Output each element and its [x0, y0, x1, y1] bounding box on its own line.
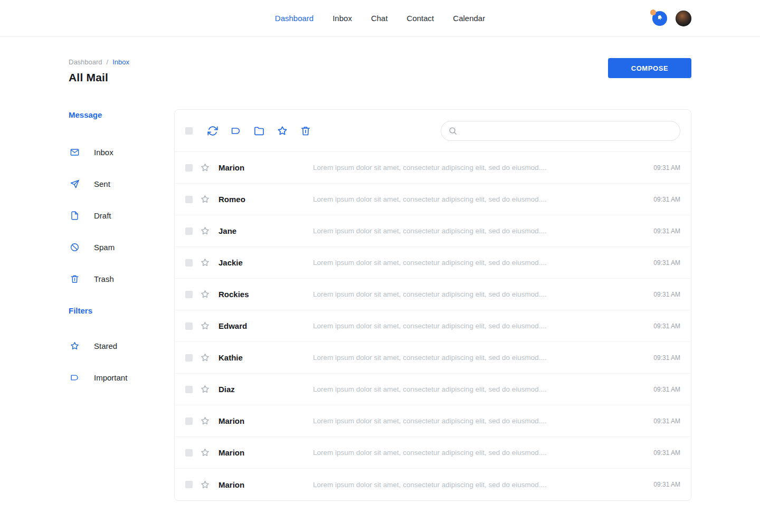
mail-sender: Diaz — [218, 385, 313, 394]
sidebar-item-label: Spam — [94, 243, 115, 252]
sidebar-item-draft[interactable]: Draft — [69, 200, 174, 231]
sidebar-item-stared[interactable]: Stared — [69, 330, 174, 362]
row-star-icon[interactable] — [200, 480, 210, 490]
row-checkbox[interactable] — [185, 449, 193, 457]
app-root: DashboardInboxChatContactCalendar Dashbo… — [0, 0, 760, 532]
row-checkbox[interactable] — [185, 322, 193, 330]
row-checkbox[interactable] — [185, 164, 193, 172]
label-icon — [70, 373, 80, 383]
row-star-icon[interactable] — [200, 194, 210, 204]
main-nav: DashboardInboxChatContactCalendar — [0, 14, 760, 23]
page-header: Dashboard/Inbox All Mail COMPOSE — [69, 58, 691, 84]
mail-row[interactable]: Romeo Lorem ipsum dolor sit amet, consec… — [175, 184, 691, 215]
toolbar-label-icon[interactable] — [230, 125, 242, 137]
mail-preview: Lorem ipsum dolor sit amet, consectetur … — [313, 195, 645, 203]
row-checkbox[interactable] — [185, 417, 193, 425]
row-checkbox[interactable] — [185, 227, 193, 235]
row-star-icon[interactable] — [200, 226, 210, 236]
mail-row[interactable]: Marion Lorem ipsum dolor sit amet, conse… — [175, 469, 691, 500]
mail-preview: Lorem ipsum dolor sit amet, consectetur … — [313, 385, 645, 393]
toolbar-folder-icon[interactable] — [253, 125, 265, 137]
search-icon — [448, 126, 458, 136]
mail-time: 09:31 AM — [653, 291, 680, 298]
topbar-right — [652, 11, 691, 26]
row-checkbox[interactable] — [185, 259, 193, 267]
mail-sender: Marion — [218, 480, 313, 489]
row-star-icon[interactable] — [200, 258, 210, 268]
nav-item-contact[interactable]: Contact — [407, 14, 434, 23]
row-star-icon[interactable] — [200, 384, 210, 394]
sidebar: Message Inbox Sent Draft Spam Trash Filt… — [69, 109, 174, 501]
row-star-icon[interactable] — [200, 353, 210, 363]
mail-row[interactable]: Marion Lorem ipsum dolor sit amet, conse… — [175, 437, 691, 469]
mail-preview: Lorem ipsum dolor sit amet, consectetur … — [313, 354, 645, 362]
nav-item-chat[interactable]: Chat — [371, 14, 388, 23]
row-star-icon[interactable] — [200, 448, 210, 458]
mail-time: 09:31 AM — [653, 417, 680, 425]
user-avatar[interactable] — [676, 11, 691, 26]
mail-preview: Lorem ipsum dolor sit amet, consectetur … — [313, 417, 645, 425]
mail-time: 09:31 AM — [653, 164, 680, 172]
row-star-icon[interactable] — [200, 321, 210, 331]
select-all-checkbox[interactable] — [185, 127, 193, 135]
breadcrumb-inbox[interactable]: Inbox — [112, 58, 129, 66]
mail-sender: Kathie — [218, 353, 313, 362]
mail-sender: Marion — [218, 448, 313, 457]
search-input[interactable] — [441, 121, 680, 141]
star-icon — [70, 341, 80, 351]
sidebar-item-important[interactable]: Important — [69, 362, 174, 393]
mail-row[interactable]: Marion Lorem ipsum dolor sit amet, conse… — [175, 405, 691, 437]
mail-sender: Edward — [218, 321, 313, 330]
row-checkbox[interactable] — [185, 196, 193, 203]
mail-row[interactable]: Jane Lorem ipsum dolor sit amet, consect… — [175, 215, 691, 247]
toolbar-trash-icon[interactable] — [300, 125, 311, 137]
sidebar-item-spam[interactable]: Spam — [69, 231, 174, 263]
mail-toolbar — [175, 110, 691, 152]
mail-list-panel: Marion Lorem ipsum dolor sit amet, conse… — [174, 109, 691, 501]
row-checkbox[interactable] — [185, 354, 193, 362]
nav-item-inbox[interactable]: Inbox — [332, 14, 352, 23]
nav-item-calendar[interactable]: Calendar — [453, 14, 485, 23]
sidebar-item-trash[interactable]: Trash — [69, 263, 174, 294]
mail-time: 09:31 AM — [653, 449, 680, 457]
mail-preview: Lorem ipsum dolor sit amet, consectetur … — [313, 290, 645, 298]
mail-time: 09:31 AM — [653, 259, 680, 267]
mail-time: 09:31 AM — [653, 481, 680, 488]
sidebar-item-label: Inbox — [94, 148, 113, 157]
notifications-button[interactable] — [652, 11, 667, 26]
mail-row[interactable]: Diaz Lorem ipsum dolor sit amet, consect… — [175, 374, 691, 405]
toolbar-refresh-icon[interactable] — [207, 125, 218, 137]
breadcrumb-separator: / — [107, 58, 109, 66]
breadcrumb-dashboard[interactable]: Dashboard — [69, 58, 102, 66]
mail-time: 09:31 AM — [653, 196, 680, 203]
mail-sender: Jane — [218, 226, 313, 235]
sidebar-item-sent[interactable]: Sent — [69, 168, 174, 200]
row-checkbox[interactable] — [185, 386, 193, 393]
row-star-icon[interactable] — [200, 163, 210, 173]
top-navigation-bar: DashboardInboxChatContactCalendar — [0, 0, 760, 37]
row-star-icon[interactable] — [200, 416, 210, 426]
mail-sender: Marion — [218, 163, 313, 172]
mail-row[interactable]: Jackie Lorem ipsum dolor sit amet, conse… — [175, 247, 691, 279]
nav-item-dashboard[interactable]: Dashboard — [275, 14, 314, 23]
sidebar-item-label: Draft — [94, 211, 111, 220]
mail-rows: Marion Lorem ipsum dolor sit amet, conse… — [175, 152, 691, 500]
toolbar-star-icon[interactable] — [277, 125, 288, 137]
sidebar-item-inbox[interactable]: Inbox — [69, 136, 174, 168]
notification-badge-dot — [650, 10, 656, 15]
mail-row[interactable]: Rockies Lorem ipsum dolor sit amet, cons… — [175, 279, 691, 310]
row-star-icon[interactable] — [200, 289, 210, 299]
mail-row[interactable]: Marion Lorem ipsum dolor sit amet, conse… — [175, 152, 691, 184]
mail-time: 09:31 AM — [653, 227, 680, 235]
compose-button[interactable]: COMPOSE — [608, 58, 691, 78]
mail-sender: Marion — [218, 416, 313, 425]
sidebar-item-label: Sent — [94, 179, 110, 188]
mail-preview: Lorem ipsum dolor sit amet, consectetur … — [313, 481, 645, 489]
mail-row[interactable]: Edward Lorem ipsum dolor sit amet, conse… — [175, 310, 691, 342]
mail-row[interactable]: Kathie Lorem ipsum dolor sit amet, conse… — [175, 342, 691, 374]
mail-preview: Lorem ipsum dolor sit amet, consectetur … — [313, 449, 645, 457]
row-checkbox[interactable] — [185, 291, 193, 298]
row-checkbox[interactable] — [185, 481, 193, 488]
mail-sender: Rockies — [218, 290, 313, 299]
toolbar-actions — [207, 125, 311, 137]
